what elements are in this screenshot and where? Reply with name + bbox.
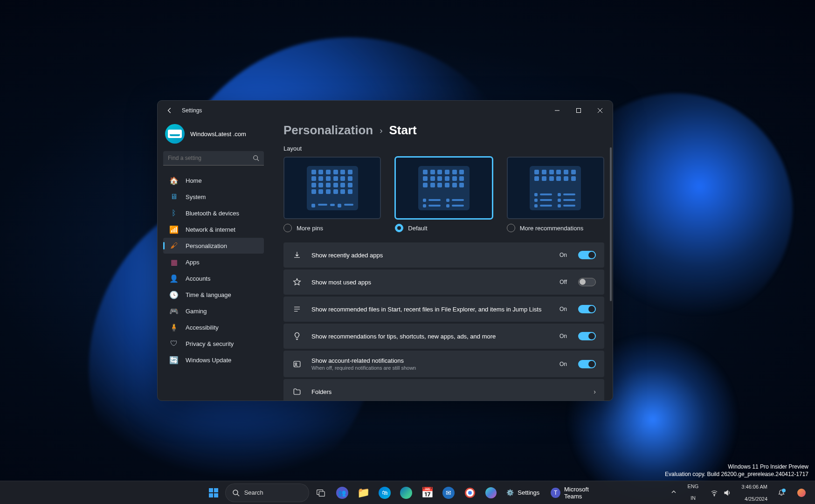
clock[interactable]: 3:46:06 AM 4/25/2024 bbox=[739, 483, 770, 502]
copilot-tray[interactable] bbox=[793, 483, 810, 502]
sidebar: WindowsLatest .com 🏠Home🖥SystemᛒBluetoot… bbox=[158, 120, 269, 400]
layout-option-default[interactable]: Default bbox=[395, 157, 492, 232]
titlebar: Settings bbox=[158, 101, 613, 120]
accounts-icon: 👤 bbox=[170, 274, 178, 283]
toggle-state-label: On bbox=[559, 252, 567, 258]
task-view-button[interactable] bbox=[311, 483, 331, 502]
section-label-layout: Layout bbox=[283, 145, 604, 152]
language-indicator[interactable]: ENG IN bbox=[683, 483, 704, 502]
gaming-icon: 🎮 bbox=[170, 307, 178, 315]
sidebar-item-label: Bluetooth & devices bbox=[186, 210, 239, 217]
network-internet-icon: 📶 bbox=[170, 225, 178, 234]
toggle-state-label: On bbox=[559, 306, 567, 312]
sidebar-item-personalization[interactable]: 🖌Personalization bbox=[163, 238, 264, 254]
radio-button[interactable] bbox=[395, 224, 403, 232]
setting-title: Show recently added apps bbox=[311, 252, 550, 259]
setting-row-1[interactable]: Show most used appsOff bbox=[283, 269, 604, 295]
sidebar-item-accessibility[interactable]: 🧍Accessibility bbox=[163, 319, 264, 335]
sidebar-item-bluetooth-devices[interactable]: ᛒBluetooth & devices bbox=[163, 205, 264, 221]
toggle-switch[interactable] bbox=[578, 360, 596, 368]
sidebar-item-apps[interactable]: ▦Apps bbox=[163, 254, 264, 270]
search-icon bbox=[253, 155, 259, 163]
sidebar-item-label: Privacy & security bbox=[186, 340, 234, 347]
taskbar-app-store[interactable]: 🛍 bbox=[375, 483, 394, 502]
home-icon: 🏠 bbox=[170, 176, 178, 185]
sidebar-item-time-language[interactable]: 🕓Time & language bbox=[163, 287, 264, 303]
sidebar-item-network-internet[interactable]: 📶Network & internet bbox=[163, 221, 264, 237]
taskbar-app-teams[interactable]: T Microsoft Teams bbox=[547, 483, 611, 502]
profile-name: WindowsLatest .com bbox=[190, 131, 246, 138]
taskbar-app-settings[interactable]: ⚙️ Settings bbox=[503, 483, 545, 502]
svg-rect-4 bbox=[209, 488, 213, 492]
maximize-button[interactable] bbox=[568, 103, 589, 118]
tray-overflow-button[interactable] bbox=[667, 489, 680, 496]
notifications-button[interactable] bbox=[773, 483, 790, 502]
scrollbar-thumb[interactable] bbox=[610, 147, 612, 301]
svg-point-11 bbox=[714, 495, 715, 496]
chevron-right-icon: › bbox=[380, 125, 382, 136]
setting-row-2[interactable]: Show recommended files in Start, recent … bbox=[283, 297, 604, 322]
back-button[interactable] bbox=[164, 105, 175, 116]
star-icon bbox=[292, 278, 302, 286]
teams-icon: T bbox=[551, 488, 560, 498]
sidebar-item-system[interactable]: 🖥System bbox=[163, 189, 264, 205]
svg-point-8 bbox=[233, 490, 238, 495]
toggle-switch[interactable] bbox=[578, 251, 596, 259]
taskbar-app-calendar[interactable]: 📅 bbox=[418, 483, 437, 502]
profile[interactable]: WindowsLatest .com bbox=[160, 120, 267, 151]
windows-update-icon: 🔄 bbox=[170, 356, 178, 364]
setting-title: Show account-related notifications bbox=[311, 357, 550, 364]
sidebar-item-label: Windows Update bbox=[186, 357, 231, 364]
sidebar-item-label: Apps bbox=[186, 259, 200, 266]
setting-row-5[interactable]: Folders› bbox=[283, 379, 604, 400]
taskbar-app-chrome[interactable] bbox=[460, 483, 480, 502]
setting-title: Show most used apps bbox=[311, 279, 550, 286]
sidebar-item-privacy-security[interactable]: 🛡Privacy & security bbox=[163, 336, 264, 352]
radio-button[interactable] bbox=[283, 224, 292, 232]
sidebar-item-label: Gaming bbox=[186, 308, 207, 315]
minimize-button[interactable] bbox=[546, 103, 568, 118]
taskbar-app-teams-icon[interactable]: 👥 bbox=[332, 483, 352, 502]
taskbar-app-mail[interactable]: ✉ bbox=[439, 483, 458, 502]
copilot-icon bbox=[797, 489, 806, 497]
bulb-icon bbox=[292, 332, 302, 340]
svg-rect-10 bbox=[319, 491, 325, 496]
breadcrumb-parent[interactable]: Personalization bbox=[283, 123, 373, 138]
folder-icon bbox=[292, 387, 302, 396]
setting-row-0[interactable]: Show recently added appsOn bbox=[283, 242, 604, 268]
folder-icon: 📁 bbox=[357, 487, 370, 499]
taskbar-app-explorer[interactable]: 📁 bbox=[354, 483, 373, 502]
sidebar-item-windows-update[interactable]: 🔄Windows Update bbox=[163, 352, 264, 368]
sidebar-item-home[interactable]: 🏠Home bbox=[163, 173, 264, 188]
sidebar-item-gaming[interactable]: 🎮Gaming bbox=[163, 303, 264, 319]
toggle-switch[interactable] bbox=[578, 332, 596, 340]
system-tray-quick[interactable] bbox=[706, 483, 736, 502]
close-button[interactable] bbox=[589, 103, 611, 118]
taskbar-search[interactable]: Search bbox=[225, 483, 310, 502]
toggle-state-label: On bbox=[559, 333, 567, 339]
layout-option-more-pins[interactable]: More pins bbox=[283, 157, 381, 232]
setting-row-3[interactable]: Show recommendations for tips, shortcuts… bbox=[283, 324, 604, 349]
apps-icon: ▦ bbox=[170, 258, 178, 266]
sidebar-item-accounts[interactable]: 👤Accounts bbox=[163, 270, 264, 286]
toggle-switch[interactable] bbox=[578, 278, 596, 286]
settings-window: Settings WindowsLatest .com 🏠Home🖥System… bbox=[157, 100, 613, 401]
system-icon: 🖥 bbox=[170, 193, 178, 201]
list-icon bbox=[292, 305, 302, 313]
setting-row-4[interactable]: Show account-related notificationsWhen o… bbox=[283, 351, 604, 377]
sidebar-item-label: Personalization bbox=[186, 242, 227, 249]
layout-options-row: More pinsDefaultMore recommendations bbox=[283, 157, 604, 232]
svg-rect-6 bbox=[209, 493, 213, 497]
start-button[interactable] bbox=[204, 483, 223, 502]
settings-list: Show recently added appsOnShow most used… bbox=[283, 242, 604, 400]
breadcrumb: Personalization › Start bbox=[283, 120, 604, 145]
toggle-switch[interactable] bbox=[578, 305, 596, 313]
download-icon bbox=[292, 251, 302, 259]
svg-rect-5 bbox=[214, 488, 218, 492]
radio-button[interactable] bbox=[507, 224, 515, 232]
layout-option-more-recommendations[interactable]: More recommendations bbox=[507, 157, 604, 232]
personalization-icon: 🖌 bbox=[170, 242, 178, 250]
search-input[interactable] bbox=[163, 151, 264, 166]
taskbar-app-copilot[interactable] bbox=[482, 483, 501, 502]
taskbar-app-edge[interactable] bbox=[396, 483, 416, 502]
